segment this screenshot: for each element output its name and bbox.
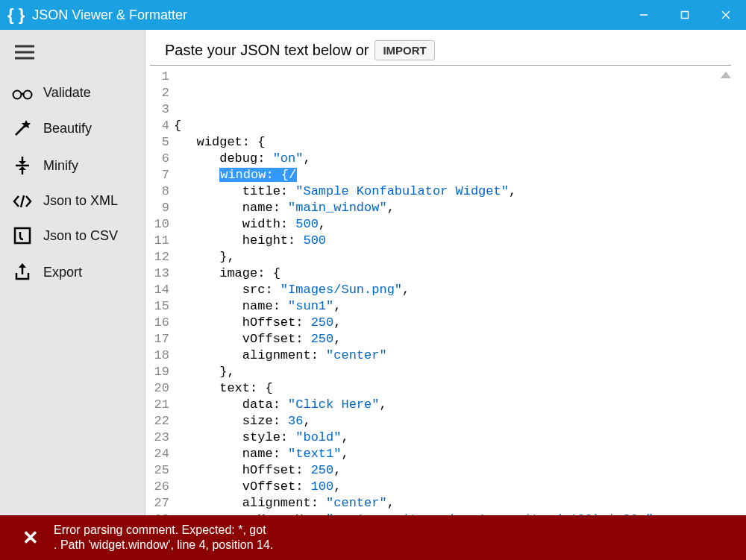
prompt-row: Paste your JSON text below or IMPORT — [150, 40, 731, 66]
code-line[interactable]: { — [174, 118, 731, 134]
code-line[interactable]: size: 36, — [174, 413, 731, 430]
code-line[interactable]: title: "Sample Konfabulator Widget", — [174, 183, 731, 200]
sidebar-item-csv[interactable]: Json to CSV — [0, 218, 145, 254]
sidebar-item-xml[interactable]: Json to XML — [0, 184, 145, 218]
code-line[interactable]: vOffset: 250, — [174, 331, 731, 347]
sidebar-item-beautify[interactable]: Beautify — [0, 110, 145, 147]
wand-icon — [12, 119, 33, 138]
code-line[interactable]: height: 500 — [174, 233, 731, 249]
sidebar-item-validate[interactable]: Validate — [0, 76, 145, 110]
code-line[interactable]: window: {/ — [174, 167, 731, 183]
sidebar-item-label: Minify — [43, 158, 78, 174]
code-line[interactable]: src: "Images/Sun.png", — [174, 282, 731, 298]
close-button[interactable] — [705, 0, 746, 30]
code-line[interactable]: alignment: "center" — [174, 347, 731, 364]
minimize-icon — [639, 10, 648, 19]
code-line[interactable]: vOffset: 100, — [174, 479, 731, 495]
error-icon: ✕ — [22, 526, 39, 550]
sidebar-item-label: Json to CSV — [43, 228, 118, 244]
minimize-button[interactable] — [623, 0, 664, 30]
code-line[interactable]: alignment: "center", — [174, 495, 731, 512]
code-line[interactable]: name: "text1", — [174, 446, 731, 462]
code-line[interactable]: style: "bold", — [174, 430, 731, 446]
line-gutter: 1234567891011121314151617181920212223242… — [150, 69, 174, 515]
hamburger-button[interactable] — [0, 39, 145, 76]
window-controls — [623, 0, 746, 30]
svg-point-7 — [13, 90, 22, 98]
sidebar-item-label: Beautify — [43, 121, 92, 136]
close-icon — [721, 10, 730, 19]
maximize-button[interactable] — [664, 0, 705, 30]
code-line[interactable]: hOffset: 250, — [174, 315, 731, 331]
code-line[interactable]: width: 500, — [174, 216, 731, 233]
titlebar: { } JSON Viewer & Formatter — [0, 0, 746, 30]
code-icon — [12, 194, 33, 209]
code-line[interactable]: onMouseUp: "sun1.opacity = (sun1.opacity… — [174, 512, 731, 515]
app-body: Validate Beautify Minify Json to XML Jso — [0, 30, 746, 515]
prompt-text: Paste your JSON text below or — [165, 42, 369, 59]
code-line[interactable]: text: { — [174, 380, 731, 397]
code-line[interactable]: name: "main_window", — [174, 200, 731, 216]
glasses-icon — [12, 86, 33, 100]
maximize-icon — [680, 10, 689, 19]
code-line[interactable]: }, — [174, 249, 731, 265]
code-line[interactable]: name: "sun1", — [174, 298, 731, 315]
code-line[interactable]: hOffset: 250, — [174, 462, 731, 479]
error-bar: ✕ Error parsing comment. Expected: *, go… — [0, 515, 746, 560]
code-editor[interactable]: 1234567891011121314151617181920212223242… — [150, 66, 731, 515]
main-panel: Paste your JSON text below or IMPORT 123… — [145, 30, 746, 515]
svg-marker-11 — [19, 161, 26, 165]
code-line[interactable]: image: { — [174, 265, 731, 282]
export-icon — [12, 262, 33, 282]
svg-rect-1 — [681, 12, 688, 19]
code-area[interactable]: { widget: { debug: "on", window: {/ titl… — [174, 69, 731, 515]
compress-icon — [12, 156, 33, 175]
svg-rect-16 — [15, 228, 30, 243]
svg-point-8 — [24, 90, 32, 98]
app-title: JSON Viewer & Formatter — [32, 7, 623, 23]
error-line-1: Error parsing comment. Expected: *, got — [54, 523, 273, 538]
app-logo-icon: { } — [7, 5, 25, 25]
sidebar-item-minify[interactable]: Minify — [0, 147, 145, 184]
hamburger-icon — [15, 45, 34, 60]
svg-line-15 — [21, 195, 24, 207]
sidebar-item-label: Validate — [43, 85, 91, 101]
sidebar-item-label: Json to XML — [43, 193, 118, 209]
scroll-up-icon[interactable] — [721, 72, 731, 78]
error-message: Error parsing comment. Expected: *, got … — [54, 523, 273, 553]
code-line[interactable]: widget: { — [174, 134, 731, 151]
code-line[interactable]: debug: "on", — [174, 151, 731, 167]
import-button[interactable]: IMPORT — [374, 40, 434, 60]
error-line-2: . Path 'widget.window', line 4, position… — [54, 538, 273, 553]
code-line[interactable]: }, — [174, 364, 731, 380]
sidebar-item-export[interactable]: Export — [0, 254, 145, 291]
code-line[interactable]: data: "Click Here", — [174, 397, 731, 413]
sidebar: Validate Beautify Minify Json to XML Jso — [0, 30, 145, 515]
sidebar-item-label: Export — [43, 265, 82, 280]
csv-icon — [12, 227, 33, 245]
